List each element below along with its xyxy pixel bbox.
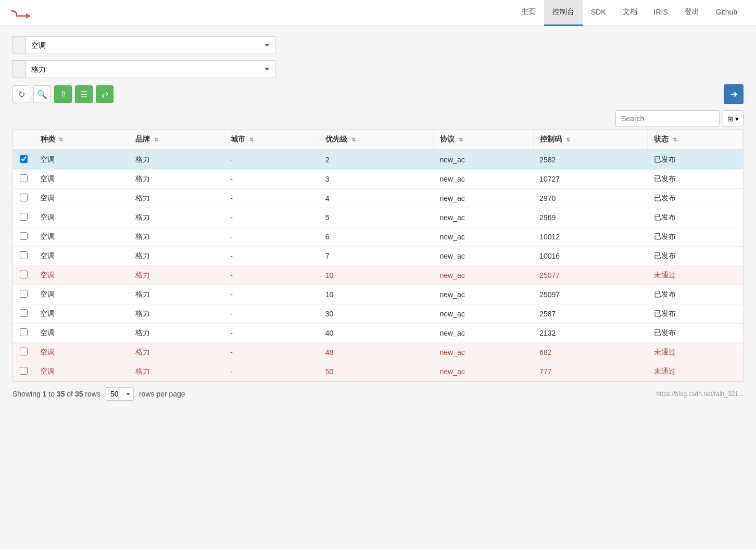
row-checkbox[interactable] [20,271,28,278]
row-cell-code: 25097 [533,285,648,304]
row-checkbox-cell [13,170,34,189]
row-cell-code: 2582 [533,150,648,170]
login-button[interactable]: ➜ [724,84,744,104]
nav-link-IRIS[interactable]: IRIS [646,0,676,26]
row-cell-city: - [224,208,319,227]
type-select[interactable]: 空调 [26,36,275,54]
row-cell-brand: 格力 [129,324,224,343]
row-cell-city: - [224,150,319,170]
row-checkbox[interactable] [20,232,28,240]
table-row: 空调格力-4new_ac2970已发布 [13,189,743,208]
row-checkbox[interactable] [20,174,28,182]
row-checkbox[interactable] [20,367,28,375]
row-cell-brand: 格力 [129,208,224,227]
upload-icon: ⇧ [60,90,67,99]
row-cell-brand: 格力 [129,150,224,170]
row-cell-priority: 50 [319,362,434,381]
row-checkbox[interactable] [20,155,28,163]
nav-link-登出[interactable]: 登出 [676,0,708,26]
refresh-icon: ↻ [18,90,25,99]
search-bar-row: ⊞ ▾ [12,110,744,127]
row-cell-code: 10012 [533,227,648,247]
row-cell-code: 10016 [533,247,648,266]
nav-link-主页[interactable]: 主页 [513,0,544,26]
sort-priority-icon: ⇅ [351,137,356,143]
col-protocol[interactable]: 协议 ⇅ [434,130,534,150]
navbar-links: 主页控制台SDK文档IRIS登出Github [513,0,746,26]
table-container[interactable]: 种类 ⇅ 品牌 ⇅ 城市 ⇅ 优先级 ⇅ 协议 ⇅ 控制码 ⇅ 状态 ⇅ 空调格… [13,130,743,381]
row-cell-brand: 格力 [129,247,224,266]
row-checkbox-cell [13,362,34,381]
row-checkbox-cell [13,324,34,343]
col-priority[interactable]: 优先级 ⇅ [319,130,434,150]
exchange-icon: ⇄ [102,90,108,99]
row-cell-priority: 7 [319,247,434,266]
main-content: 空调 格力 ↻ 🔍 ⇧ ☰ ⇄ ➜ ⊞ ▾ [0,26,756,549]
nav-link-Github[interactable]: Github [708,0,746,26]
row-cell-priority: 10 [319,266,434,285]
row-cell-status: 已发布 [648,208,743,227]
row-cell-protocol: new_ac [434,170,534,189]
row-cell-brand: 格力 [129,170,224,189]
row-cell-city: - [224,362,319,381]
row-cell-status: 已发布 [648,170,743,189]
data-table-wrapper: 种类 ⇅ 品牌 ⇅ 城市 ⇅ 优先级 ⇅ 协议 ⇅ 控制码 ⇅ 状态 ⇅ 空调格… [12,129,744,382]
nav-link-SDK[interactable]: SDK [583,0,614,26]
refresh-button[interactable]: ↻ [12,85,30,103]
search-input[interactable] [615,110,720,127]
col-city[interactable]: 城市 ⇅ [224,130,319,150]
barcode-button[interactable]: ☰ [75,85,93,103]
search-button[interactable]: 🔍 [33,85,51,103]
nav-link-文档[interactable]: 文档 [614,0,646,26]
row-cell-code: 682 [533,343,648,362]
row-cell-kind: 空调 [34,362,129,381]
exchange-button[interactable]: ⇄ [96,85,114,103]
svg-marker-1 [26,13,30,18]
rows-per-page-select[interactable]: 10 25 50 100 [106,387,134,401]
footer: Showing 1 to 35 of 35 rows 10 25 50 100 … [12,382,744,406]
table-row: 空调格力-6new_ac10012已发布 [13,227,743,247]
row-checkbox[interactable] [20,309,28,317]
row-cell-protocol: new_ac [434,227,534,247]
table-row: 空调格力-3new_ac10727已发布 [13,170,743,189]
row-checkbox-cell [13,247,34,266]
sort-brand-icon: ⇅ [154,137,158,143]
row-checkbox[interactable] [20,328,28,336]
grid-icon: ⊞ [727,115,733,123]
upload-button[interactable]: ⇧ [54,85,72,103]
row-checkbox-cell [13,304,34,324]
row-cell-brand: 格力 [129,266,224,285]
row-cell-city: - [224,247,319,266]
col-code[interactable]: 控制码 ⇅ [533,130,648,150]
nav-link-控制台[interactable]: 控制台 [544,0,583,26]
row-checkbox[interactable] [20,194,28,201]
row-checkbox[interactable] [20,348,28,355]
search-icon: 🔍 [37,90,47,99]
row-checkbox-cell [13,266,34,285]
row-checkbox[interactable] [20,290,28,298]
col-brand[interactable]: 品牌 ⇅ [129,130,224,150]
col-status[interactable]: 状态 ⇅ [648,130,743,150]
table-body: 空调格力-2new_ac2582已发布空调格力-3new_ac10727已发布空… [13,150,743,381]
row-cell-priority: 10 [319,285,434,304]
table-row: 空调格力-40new_ac2132已发布 [13,324,743,343]
brand-arrow-icon [10,7,31,19]
row-cell-protocol: new_ac [434,285,534,304]
row-cell-priority: 2 [319,150,434,170]
row-checkbox[interactable] [20,213,28,221]
row-cell-brand: 格力 [129,304,224,324]
row-cell-status: 未通过 [648,362,743,381]
row-cell-priority: 30 [319,304,434,324]
brand-select[interactable]: 格力 [26,60,275,78]
col-kind[interactable]: 种类 ⇅ [34,130,129,150]
row-cell-brand: 格力 [129,285,224,304]
row-checkbox[interactable] [20,251,28,259]
row-cell-protocol: new_ac [434,362,534,381]
footer-info: Showing 1 to 35 of 35 rows [12,390,100,398]
brand-label [12,60,26,78]
row-cell-brand: 格力 [129,227,224,247]
columns-button[interactable]: ⊞ ▾ [723,110,744,127]
range-start: 1 [43,390,47,398]
row-cell-brand: 格力 [129,362,224,381]
row-cell-protocol: new_ac [434,324,534,343]
